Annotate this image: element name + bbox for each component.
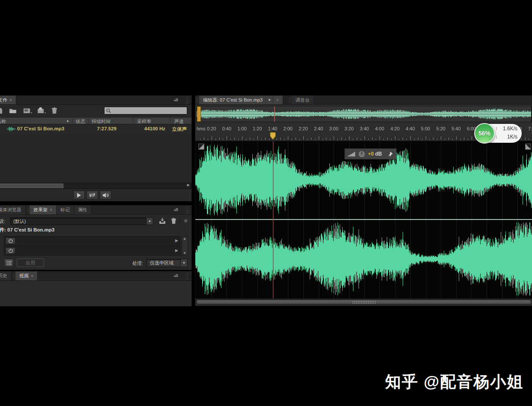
rack-scrollbar[interactable]: ▲ ▼: [182, 236, 188, 256]
save-preset-icon[interactable]: [159, 218, 166, 224]
files-transport: [0, 189, 191, 201]
corner-selector-topright[interactable]: [525, 144, 531, 150]
favorite-star-icon[interactable]: ★: [183, 217, 188, 225]
editor-tab-dropdown-icon[interactable]: ▼: [266, 97, 273, 103]
files-tabbar: 文件 × ▾≡: [0, 96, 191, 105]
search-box[interactable]: [104, 107, 187, 114]
col-channels[interactable]: 声道: [174, 118, 184, 125]
process-value: 仅选中区域: [150, 260, 173, 266]
rack-slot[interactable]: ▶: [4, 236, 180, 246]
ruler-tick-label: 3:40: [360, 126, 369, 131]
hud-volume-control[interactable]: +0 dB: [344, 148, 397, 159]
loop-playback-button[interactable]: [87, 191, 98, 200]
preset-dropdown[interactable]: (默认) ▼: [10, 217, 153, 225]
tab-grip[interactable]: [196, 97, 199, 103]
panel-grip[interactable]: [185, 272, 189, 280]
tab-mixer[interactable]: 调音台: [292, 96, 314, 104]
insert-multitrack-icon[interactable]: [37, 107, 47, 114]
tab-grip[interactable]: [12, 273, 15, 279]
autoplay-button[interactable]: [100, 191, 111, 200]
ruler-tick-label: 1:00: [237, 126, 246, 131]
toggle-list-button[interactable]: [4, 259, 14, 267]
ruler-tick-label: 2:40: [314, 126, 323, 131]
hud-gain-value[interactable]: +0: [368, 151, 374, 157]
tab-media-browser[interactable]: 媒体浏览器: [0, 205, 26, 214]
dropdown-arrow-icon[interactable]: ▼: [146, 218, 153, 225]
tab-grip[interactable]: [26, 207, 29, 213]
tab-close-icon[interactable]: ×: [9, 98, 12, 102]
tab-history-label: 历史: [0, 273, 7, 279]
loop-icon: [89, 192, 96, 198]
tab-close-icon[interactable]: ×: [50, 208, 52, 212]
panel-menu-icon[interactable]: ▾≡: [174, 97, 178, 103]
tab-properties[interactable]: 属性: [74, 205, 92, 214]
speaker-icon: [102, 192, 109, 198]
tab-properties-label: 属性: [78, 207, 87, 213]
play-button[interactable]: [73, 191, 85, 200]
files-hscrollbar[interactable]: ▶: [0, 183, 191, 189]
process-dropdown[interactable]: 仅选中区域 ▼: [146, 259, 188, 267]
assistive-ball[interactable]: 56%: [474, 123, 495, 144]
waveform-file-icon: [7, 126, 15, 132]
corner-selector-topleft[interactable]: [198, 144, 204, 150]
tab-video-label: 视频: [19, 273, 29, 279]
navigator-playhead: [274, 106, 275, 122]
search-input[interactable]: [111, 108, 187, 114]
col-samplerate[interactable]: 采样率: [137, 118, 151, 125]
rack-slot[interactable]: ▶: [4, 246, 180, 256]
scroll-right-icon[interactable]: ▶: [187, 183, 190, 187]
ruler-tick-label: 7:20: [528, 126, 532, 131]
scroll-down-icon[interactable]: ▼: [183, 251, 186, 255]
files-toolbar: [0, 105, 191, 116]
tab-effects-rack[interactable]: 效果架 ×: [30, 205, 57, 214]
navigator-left-handle[interactable]: [197, 106, 201, 122]
tab-grip[interactable]: [288, 97, 291, 103]
dropdown-arrow-icon[interactable]: ▼: [180, 259, 187, 267]
power-button[interactable]: [6, 247, 15, 254]
tab-editor[interactable]: 编辑器: 07 C'est Si Bon.mp3 ▼ ×: [199, 96, 283, 104]
col-name[interactable]: 名称: [0, 118, 6, 125]
power-button[interactable]: [6, 238, 15, 244]
panel-grip[interactable]: [185, 96, 189, 104]
tab-close-icon[interactable]: ×: [276, 98, 279, 102]
tab-files-label: 文件: [0, 97, 7, 103]
slot-menu-arrow-icon[interactable]: ▶: [175, 238, 178, 243]
waveform-display[interactable]: +0 dB: [195, 141, 532, 299]
hscroll-thumb[interactable]: [196, 300, 532, 304]
upload-speed: 1.6K/s: [503, 126, 517, 132]
new-file-icon[interactable]: [0, 108, 3, 114]
panel-grip[interactable]: [185, 206, 189, 214]
panel-menu-icon[interactable]: ▾≡: [174, 207, 178, 213]
col-status[interactable]: 状态: [76, 118, 85, 125]
overview-navigator[interactable]: [196, 106, 532, 122]
hscroll-thumb[interactable]: [0, 183, 63, 188]
tab-files[interactable]: 文件 ×: [0, 96, 16, 104]
tab-history[interactable]: 历史: [0, 271, 12, 280]
slot-menu-arrow-icon[interactable]: ▶: [175, 248, 178, 253]
upload-arrow-icon: ↑: [495, 126, 498, 132]
apply-button[interactable]: 应用: [17, 259, 44, 267]
editor-hscrollbar[interactable]: [195, 298, 532, 305]
power-icon: [9, 239, 13, 244]
tab-markers[interactable]: 标记: [57, 205, 74, 214]
tab-close-icon[interactable]: ×: [31, 274, 33, 278]
import-media-icon[interactable]: [23, 108, 33, 114]
tab-video[interactable]: 视频 ×: [15, 271, 38, 280]
file-name[interactable]: 07 C'est Si Bon.mp3: [17, 126, 64, 131]
trash-icon[interactable]: [51, 107, 57, 114]
sort-asc-icon[interactable]: ▲: [66, 119, 69, 123]
pin-icon[interactable]: [388, 151, 393, 157]
panel-menu-icon[interactable]: ▾≡: [174, 273, 178, 279]
file-row[interactable]: 07 C'est Si Bon.mp3 7:27.529 44100 Hz 立体…: [0, 125, 191, 133]
delete-preset-icon[interactable]: [171, 218, 176, 224]
tab-editor-label: 编辑器: 07 C'est Si Bon.mp3: [203, 97, 263, 103]
file-duration: 7:27.529: [80, 126, 117, 131]
playhead-marker-icon[interactable]: [269, 132, 276, 140]
ruler-tick-label: 4:00: [375, 126, 384, 131]
gain-knob-icon[interactable]: [358, 150, 365, 158]
ruler-tick-label: 4:40: [406, 126, 415, 131]
open-folder-icon[interactable]: [9, 108, 18, 114]
col-duration[interactable]: 持续时间: [92, 118, 111, 125]
levels-bars-icon: [348, 151, 356, 157]
scroll-up-icon[interactable]: ▲: [183, 237, 186, 241]
